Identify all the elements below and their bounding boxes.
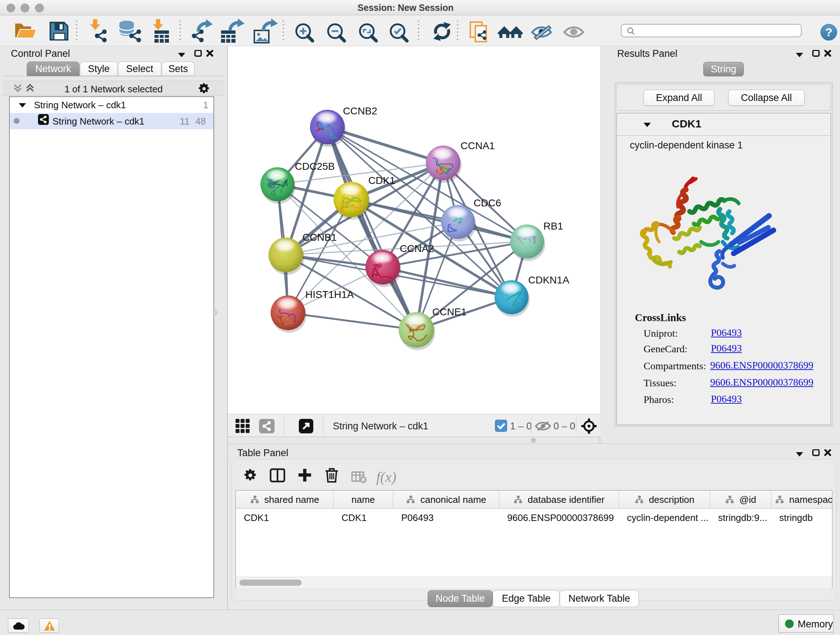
svg-text:CDC6: CDC6	[474, 197, 501, 209]
svg-text:f(x): f(x)	[376, 469, 396, 485]
svg-text:CCNE1: CCNE1	[432, 306, 467, 318]
svg-text:CCNB1: CCNB1	[302, 232, 337, 243]
svg-text:HIST1H1A: HIST1H1A	[305, 289, 354, 300]
svg-text:CCNA1: CCNA1	[461, 140, 495, 151]
svg-text:CDK1: CDK1	[368, 175, 395, 186]
svg-text:CCNB2: CCNB2	[343, 105, 377, 117]
svg-text:CCNA2: CCNA2	[400, 243, 434, 254]
svg-text:CDKN1A: CDKN1A	[528, 274, 569, 286]
svg-text:CDC25B: CDC25B	[295, 161, 335, 172]
svg-text:RB1: RB1	[543, 220, 563, 232]
